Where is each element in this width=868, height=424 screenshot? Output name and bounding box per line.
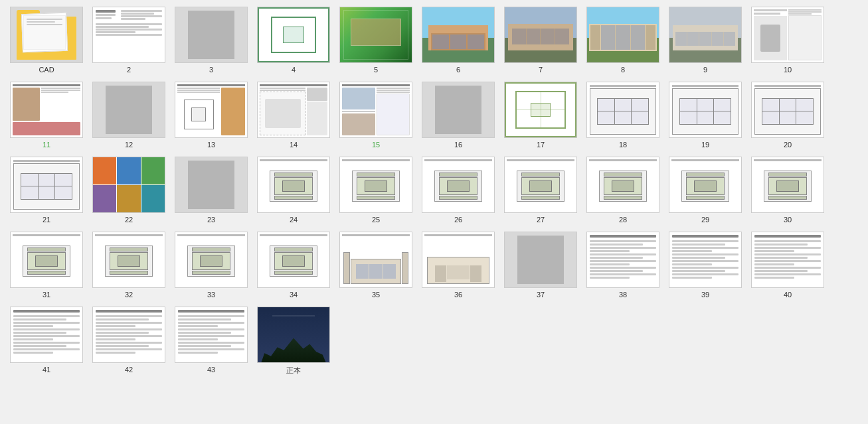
file-item-40[interactable]: 40 xyxy=(748,232,827,299)
file-label-zhengben: 正本 xyxy=(286,366,301,376)
file-item-19[interactable]: 19 xyxy=(665,82,745,149)
thumbnail-37 xyxy=(504,232,577,288)
file-item-37[interactable]: 37 xyxy=(501,232,580,299)
file-item-25[interactable]: 25 xyxy=(336,157,416,224)
file-label-37: 37 xyxy=(537,291,545,299)
file-label-12: 12 xyxy=(125,141,133,149)
thumbnail-7 xyxy=(504,7,577,63)
file-label-33: 33 xyxy=(207,291,215,299)
thumbnail-4 xyxy=(257,7,330,63)
file-item-23[interactable]: 23 xyxy=(171,157,251,224)
file-item-21[interactable]: 21 xyxy=(7,157,86,224)
thumbnail-5 xyxy=(339,7,412,63)
file-item-zhengben[interactable]: 正本 xyxy=(254,307,333,376)
thumbnail-21 xyxy=(10,157,83,213)
file-item-13[interactable]: 13 xyxy=(171,82,251,149)
file-item-38[interactable]: 38 xyxy=(583,232,663,299)
file-label-42: 42 xyxy=(125,366,133,374)
thumbnail-8 xyxy=(586,7,659,63)
file-item-4[interactable]: 4 xyxy=(254,7,333,74)
file-item-36[interactable]: 36 xyxy=(418,232,498,299)
file-item-14[interactable]: 14 xyxy=(254,82,333,149)
file-item-32[interactable]: 32 xyxy=(89,232,169,299)
thumbnail-28 xyxy=(586,157,659,213)
file-item-28[interactable]: 28 xyxy=(583,157,663,224)
file-item-9[interactable]: 9 xyxy=(665,7,745,74)
file-item-29[interactable]: 29 xyxy=(665,157,745,224)
file-label-41: 41 xyxy=(43,366,50,374)
file-label-14: 14 xyxy=(290,141,298,149)
file-item-17[interactable]: 17 xyxy=(501,82,580,149)
file-label-21: 21 xyxy=(43,216,50,224)
file-item-31[interactable]: 31 xyxy=(7,232,86,299)
file-item-41[interactable]: 41 xyxy=(7,307,86,374)
file-label-35: 35 xyxy=(372,291,380,299)
file-item-7[interactable]: 7 xyxy=(501,7,580,74)
thumbnail-41 xyxy=(10,307,83,363)
file-item-34[interactable]: 34 xyxy=(254,232,333,299)
thumbnail-26 xyxy=(422,157,495,213)
thumbnail-34 xyxy=(257,232,330,288)
file-item-30[interactable]: 30 xyxy=(748,157,827,224)
thumbnail-16 xyxy=(422,82,495,138)
file-item-39[interactable]: 39 xyxy=(665,232,745,299)
file-item-24[interactable]: 24 xyxy=(254,157,333,224)
file-label-39: 39 xyxy=(701,291,709,299)
file-item-8[interactable]: 8 xyxy=(583,7,663,74)
file-item-27[interactable]: 27 xyxy=(501,157,580,224)
thumbnail-27 xyxy=(504,157,577,213)
thumbnail-9 xyxy=(669,7,742,63)
file-label-20: 20 xyxy=(784,141,792,149)
thumbnail-2 xyxy=(92,7,165,63)
file-label-29: 29 xyxy=(701,216,709,224)
file-label-36: 36 xyxy=(454,291,462,299)
file-grid: CAD 23 4 5 xyxy=(7,7,861,381)
file-item-35[interactable]: 35 xyxy=(336,232,416,299)
file-item-11[interactable]: 11 xyxy=(7,82,86,149)
file-label-15: 15 xyxy=(372,141,380,149)
file-label-30: 30 xyxy=(784,216,792,224)
file-item-5[interactable]: 5 xyxy=(336,7,416,74)
thumbnail-40 xyxy=(751,232,824,288)
thumbnail-24 xyxy=(257,157,330,213)
thumbnail-11 xyxy=(10,82,83,138)
thumbnail-32 xyxy=(92,232,165,288)
file-item-15[interactable]: 15 xyxy=(336,82,416,149)
file-item-6[interactable]: 6 xyxy=(418,7,498,74)
file-item-2[interactable]: 2 xyxy=(89,7,169,74)
file-item-3[interactable]: 3 xyxy=(171,7,251,74)
thumbnail-23 xyxy=(175,157,248,213)
file-item-12[interactable]: 12 xyxy=(89,82,169,149)
file-item-18[interactable]: 18 xyxy=(583,82,663,149)
file-label-4: 4 xyxy=(292,66,296,74)
file-item-26[interactable]: 26 xyxy=(418,157,498,224)
file-item-42[interactable]: 42 xyxy=(89,307,169,374)
file-item-20[interactable]: 20 xyxy=(748,82,827,149)
thumbnail-6 xyxy=(422,7,495,63)
thumbnail-43 xyxy=(175,307,248,363)
file-label-11: 11 xyxy=(43,141,50,149)
file-label-28: 28 xyxy=(619,216,627,224)
thumbnail-35 xyxy=(339,232,412,288)
file-label-8: 8 xyxy=(621,66,625,74)
file-label-38: 38 xyxy=(619,291,627,299)
file-label-9: 9 xyxy=(703,66,707,74)
thumbnail-15 xyxy=(339,82,412,138)
file-item-10[interactable]: 10 xyxy=(748,7,827,74)
file-item-cad[interactable]: CAD xyxy=(7,7,86,74)
file-label-19: 19 xyxy=(701,141,709,149)
file-item-43[interactable]: 43 xyxy=(171,307,251,374)
thumbnail-39 xyxy=(669,232,742,288)
file-item-16[interactable]: 16 xyxy=(418,82,498,149)
thumbnail-29 xyxy=(669,157,742,213)
thumbnail-cad xyxy=(10,7,83,63)
file-label-31: 31 xyxy=(43,291,50,299)
thumbnail-13 xyxy=(175,82,248,138)
file-label-24: 24 xyxy=(290,216,298,224)
file-item-33[interactable]: 33 xyxy=(171,232,251,299)
file-item-22[interactable]: 22 xyxy=(89,157,169,224)
file-label-10: 10 xyxy=(784,66,792,74)
thumbnail-10 xyxy=(751,7,824,63)
thumbnail-17 xyxy=(504,82,577,138)
file-label-22: 22 xyxy=(125,216,133,224)
